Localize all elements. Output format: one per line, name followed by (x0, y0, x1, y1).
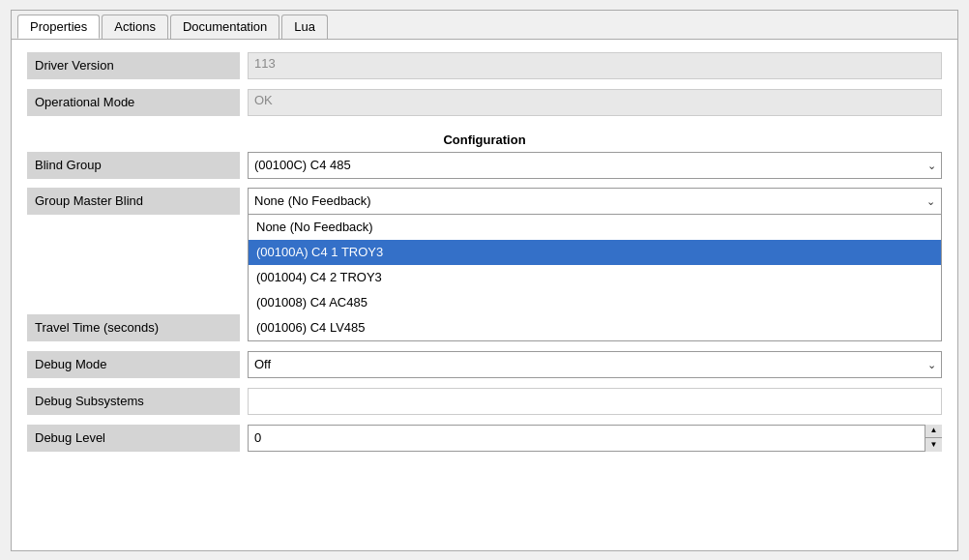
dropdown-item-001004[interactable]: (001004) C4 2 TROY3 (249, 265, 941, 290)
blind-group-select-wrapper: (00100C) C4 485 ⌄ (248, 152, 942, 179)
operational-mode-row: Operational Mode OK (27, 88, 942, 117)
debug-level-row: Debug Level ▲ ▼ (27, 424, 942, 453)
debug-subsystems-label: Debug Subsystems (27, 388, 240, 415)
debug-mode-row: Debug Mode OffOn ⌄ (27, 350, 942, 379)
debug-level-label: Debug Level (27, 425, 240, 452)
operational-mode-value-cell: OK (248, 89, 942, 116)
operational-mode-label: Operational Mode (27, 89, 240, 116)
properties-content: Driver Version 113 Operational Mode OK C… (12, 40, 957, 472)
group-master-chevron-icon: ⌄ (926, 194, 935, 207)
tab-lua[interactable]: Lua (281, 15, 328, 39)
travel-time-label: Travel Time (seconds) (27, 314, 240, 341)
group-master-row: Group Master Blind None (No Feedback) ⌄ … (27, 188, 942, 217)
debug-level-decrement-button[interactable]: ▼ (925, 438, 942, 452)
tab-bar: Properties Actions Documentation Lua (12, 11, 957, 40)
debug-subsystems-value-cell (248, 388, 942, 415)
group-master-dropdown-header[interactable]: None (No Feedback) ⌄ (248, 188, 942, 215)
driver-version-row: Driver Version 113 (27, 51, 942, 80)
tab-properties[interactable]: Properties (17, 15, 100, 39)
group-master-dropdown[interactable]: None (No Feedback) ⌄ None (No Feedback) … (248, 188, 942, 215)
debug-level-field[interactable] (248, 425, 942, 452)
main-panel: Properties Actions Documentation Lua Dri… (11, 10, 958, 551)
blind-group-row: Blind Group (00100C) C4 485 ⌄ (27, 151, 942, 180)
blind-group-select[interactable]: (00100C) C4 485 (248, 152, 942, 179)
blind-group-value-cell: (00100C) C4 485 ⌄ (248, 152, 942, 179)
driver-version-label: Driver Version (27, 52, 240, 79)
debug-level-spinner-buttons: ▲ ▼ (925, 425, 942, 452)
blind-group-label: Blind Group (27, 152, 240, 179)
group-master-label: Group Master Blind (27, 188, 240, 215)
group-master-dropdown-list: None (No Feedback) (00100A) C4 1 TROY3 (… (248, 215, 942, 341)
dropdown-item-00100a[interactable]: (00100A) C4 1 TROY3 (249, 240, 941, 265)
debug-level-increment-button[interactable]: ▲ (925, 425, 942, 439)
debug-mode-value-cell: OffOn ⌄ (248, 351, 942, 378)
tab-documentation[interactable]: Documentation (170, 15, 279, 39)
debug-level-value-cell: ▲ ▼ (248, 425, 942, 452)
operational-mode-field: OK (248, 89, 942, 116)
debug-mode-select[interactable]: OffOn (248, 351, 942, 378)
debug-mode-label: Debug Mode (27, 351, 240, 378)
debug-level-spinner: ▲ ▼ (248, 425, 942, 452)
dropdown-item-none[interactable]: None (No Feedback) (249, 215, 941, 240)
debug-mode-select-wrapper: OffOn ⌄ (248, 351, 942, 378)
dropdown-item-001008[interactable]: (001008) C4 AC485 (249, 290, 941, 315)
configuration-header: Configuration (27, 125, 942, 151)
driver-version-value-cell: 113 (248, 52, 942, 79)
tab-actions[interactable]: Actions (102, 15, 168, 39)
debug-subsystems-field[interactable] (248, 388, 942, 415)
debug-subsystems-row: Debug Subsystems (27, 387, 942, 416)
group-master-value-cell: None (No Feedback) ⌄ None (No Feedback) … (248, 188, 942, 215)
driver-version-field: 113 (248, 52, 942, 79)
dropdown-item-001006[interactable]: (001006) C4 LV485 (249, 315, 941, 340)
